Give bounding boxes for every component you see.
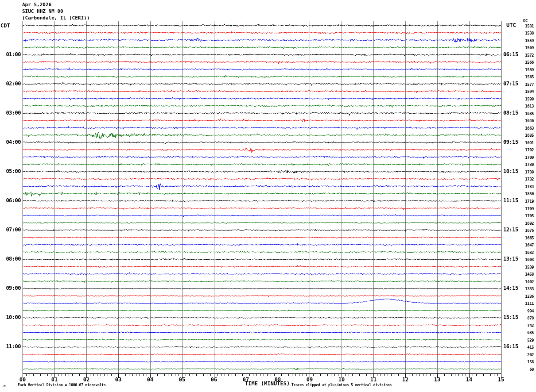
- dc-offset-value: 1572: [507, 53, 534, 58]
- dc-offset-value: 1709: [507, 207, 534, 211]
- x-axis-tick-label: 11: [366, 377, 381, 383]
- dc-offset-value: 1705: [507, 214, 534, 218]
- cdt-hour-label: 02:00: [0, 81, 21, 87]
- x-axis-tick-label: 01: [47, 377, 62, 383]
- dc-offset-value: 1531: [507, 24, 534, 28]
- dc-offset-value: 1594: [507, 89, 534, 94]
- dc-offset-value: 1569: [507, 46, 534, 50]
- dc-offset-value: 1734: [507, 184, 534, 189]
- dc-offset-value: 60: [507, 367, 534, 372]
- x-axis-tick-label: 02: [79, 377, 93, 383]
- station-location: (Carbondale, IL (CERI)): [22, 15, 89, 21]
- dc-offset-value: 529: [507, 338, 534, 342]
- dc-offset-value: 1732: [507, 177, 534, 181]
- dc-offset-value: 1538: [507, 31, 534, 35]
- x-axis-tick-label: 15: [494, 377, 508, 383]
- dc-offset-value: 1709: [507, 155, 534, 160]
- dc-offset-value: 1730: [507, 162, 534, 167]
- clip-note: Traces clipped at plus/minus 5 vertical …: [291, 383, 392, 387]
- dc-offset-value: 1577: [507, 82, 534, 87]
- cdt-hour-label: 04:00: [0, 139, 21, 145]
- dc-offset-value: 1719: [507, 199, 534, 204]
- dc-column-header: DC: [523, 19, 528, 23]
- dc-offset-value: 1685: [507, 133, 534, 138]
- dc-offset-value: 415: [507, 345, 534, 350]
- dc-offset-value: 1333: [507, 287, 534, 291]
- dc-offset-value: 1646: [507, 119, 534, 123]
- x-axis-tick-label: 14: [462, 377, 476, 383]
- dc-offset-value: 742: [507, 323, 534, 328]
- x-axis-tick-label: 04: [143, 377, 157, 383]
- cdt-hour-label: 03:00: [0, 110, 21, 116]
- cdt-hour-label: 10:00: [0, 314, 21, 320]
- dc-offset-value: 1458: [507, 272, 534, 277]
- dc-offset-value: 1647: [507, 243, 534, 247]
- cdt-hour-label: 07:00: [0, 227, 21, 233]
- cdt-hour-label: 01:00: [0, 51, 21, 58]
- dc-offset-value: 1603: [507, 257, 534, 262]
- station-code: SIUC HHZ NM 00: [22, 8, 63, 14]
- dc-offset-value: 1850: [507, 192, 534, 196]
- cdt-hour-label: 06:00: [0, 197, 21, 204]
- x-axis-tick-label: 00: [16, 377, 30, 383]
- dc-offset-value: 1691: [507, 141, 534, 145]
- cdt-hour-label: 05:00: [0, 168, 21, 174]
- dc-offset-value: 158: [507, 360, 534, 364]
- x-axis-tick-label: 12: [398, 377, 412, 383]
- dc-offset-value: 1613: [507, 104, 534, 108]
- dc-offset-value: 262: [507, 353, 534, 357]
- dc-offset-value: 1599: [507, 97, 534, 101]
- dc-offset-value: 870: [507, 316, 534, 320]
- left-timezone-label: CDT: [0, 23, 10, 29]
- dc-offset-value: 1589: [507, 68, 534, 72]
- dc-offset-value: 1692: [507, 221, 534, 226]
- plot-date: Apr 5,2026: [22, 2, 51, 8]
- dc-offset-value: 635: [507, 331, 534, 335]
- dc-offset-value: 1632: [507, 250, 534, 255]
- dc-offset-value: 1565: [507, 75, 534, 79]
- dc-offset-value: 1539: [507, 265, 534, 269]
- cdt-hour-label: 09:00: [0, 285, 21, 291]
- scale-note: Each Vertical Division = 1666.67 microvo…: [18, 383, 106, 387]
- dc-offset-value: 1739: [507, 170, 534, 174]
- dc-offset-value: 1236: [507, 294, 534, 299]
- cdt-hour-label: 11:00: [0, 343, 21, 350]
- x-axis-tick-label: 10: [334, 377, 349, 383]
- dc-offset-value: 1559: [507, 38, 534, 43]
- corner-mark: .M: [2, 384, 5, 388]
- dc-offset-value: 1635: [507, 111, 534, 116]
- dc-offset-value: 1665: [507, 236, 534, 240]
- x-axis-tick-label: 03: [111, 377, 125, 383]
- x-axis-tick-label: 06: [207, 377, 221, 383]
- seismogram-plot-canvas: [0, 0, 536, 392]
- x-axis-title: TIME (MINUTES): [245, 380, 290, 387]
- dc-offset-value: 1676: [507, 228, 534, 233]
- dc-offset-value: 1702: [507, 148, 534, 152]
- x-axis-tick-label: 13: [430, 377, 444, 383]
- dc-offset-value: 1566: [507, 60, 534, 65]
- dc-offset-value: 1402: [507, 280, 534, 284]
- dc-offset-value: 1111: [507, 301, 534, 306]
- dc-offset-value: 994: [507, 309, 534, 313]
- dc-offset-value: 1663: [507, 126, 534, 131]
- cdt-hour-label: 08:00: [0, 256, 21, 262]
- x-axis-tick-label: 05: [175, 377, 189, 383]
- x-axis-tick-label: 09: [303, 377, 317, 383]
- helicorder-page: Apr 5,2026 SIUC HHZ NM 00 (Carbondale, I…: [0, 0, 536, 392]
